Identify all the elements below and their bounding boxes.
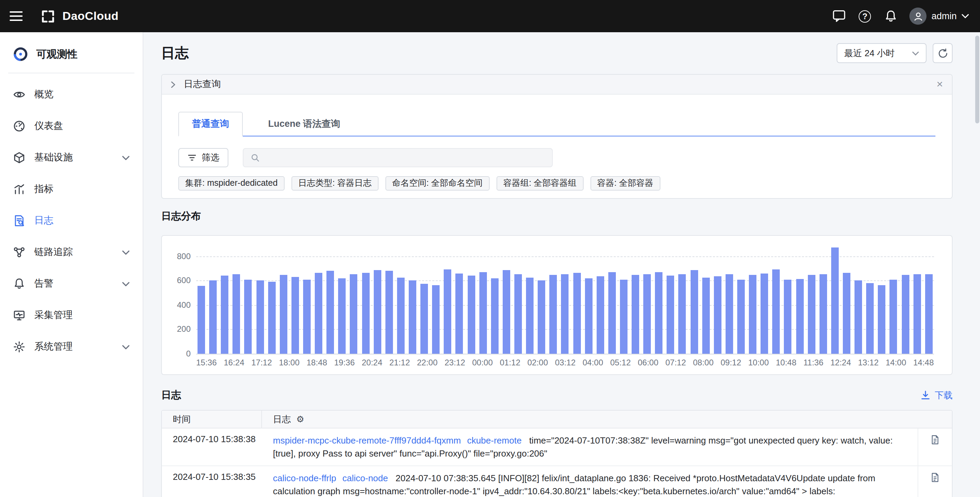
- x-axis-label: 18:48: [307, 358, 327, 367]
- sidebar-menu: 概览仪表盘基础设施指标日志链路追踪告警采集管理系统管理: [0, 73, 143, 368]
- bar: [608, 272, 616, 354]
- bar: [702, 278, 710, 354]
- sidebar-item-metrics[interactable]: 指标: [0, 173, 143, 205]
- notifications-bell-icon[interactable]: [878, 3, 904, 29]
- bar: [291, 277, 299, 354]
- chevron-down-icon: [961, 14, 969, 19]
- pod-link[interactable]: calico-node-ffrlp: [273, 473, 336, 483]
- bar: [902, 275, 909, 354]
- bar: [655, 272, 663, 354]
- log-search-icon: [13, 214, 25, 227]
- log-message-cell: mspider-mcpc-ckube-remote-7fff97ddd4-fqx…: [262, 429, 918, 465]
- sidebar-item-tracing[interactable]: 链路追踪: [0, 237, 143, 268]
- daocloud-logo[interactable]: DaoCloud: [40, 8, 119, 24]
- bar: [808, 275, 815, 354]
- sidebar-item-logs[interactable]: 日志: [0, 205, 143, 237]
- filter-chip[interactable]: 日志类型: 容器日志: [291, 176, 379, 191]
- chevron-down-icon: [912, 51, 919, 55]
- bar: [268, 282, 275, 354]
- filter-chip[interactable]: 命名空间: 全部命名空间: [385, 176, 489, 191]
- filter-chip[interactable]: 容器组: 全部容器组: [496, 176, 583, 191]
- brand-name: DaoCloud: [62, 9, 119, 23]
- x-axis-label: 08:00: [693, 358, 714, 367]
- x-axis-label: 03:12: [555, 358, 576, 367]
- x-axis-label: 02:00: [527, 358, 548, 367]
- sidebar-item-system[interactable]: 系统管理: [0, 331, 143, 363]
- sidebar-item-overview[interactable]: 概览: [0, 79, 143, 110]
- y-axis-label: 0: [170, 349, 191, 359]
- sidebar-item-collection[interactable]: 采集管理: [0, 300, 143, 331]
- bar: [913, 274, 921, 354]
- refresh-button[interactable]: [933, 43, 953, 63]
- bar: [526, 278, 533, 354]
- log-message-cell: calico-node-ffrlpcalico-node2024-07-10 0…: [262, 466, 918, 497]
- container-link[interactable]: ckube-remote: [467, 435, 522, 446]
- sidebar-item-dashboards[interactable]: 仪表盘: [0, 110, 143, 142]
- query-tabs: 普通查询Lucene 语法查询: [178, 112, 935, 137]
- hamburger-menu-icon[interactable]: [0, 0, 32, 32]
- daocloud-observability-app: DaoCloud ? admin: [0, 0, 980, 497]
- help-icon[interactable]: ?: [852, 3, 878, 29]
- column-header-log: 日志 ⚙: [262, 413, 952, 426]
- query-panel-header[interactable]: 日志查询 ×: [162, 75, 952, 95]
- download-link[interactable]: 下载: [920, 389, 953, 402]
- chart-bars: [197, 244, 933, 354]
- bar: [326, 271, 334, 354]
- bar: [784, 280, 792, 354]
- scrollbar-thumb[interactable]: [975, 36, 979, 123]
- time-range-select[interactable]: 最近 24 小时: [837, 43, 926, 63]
- filter-chip[interactable]: 集群: mspider-dedicated: [178, 176, 285, 191]
- tab-lucene-query[interactable]: Lucene 语法查询: [255, 113, 353, 136]
- x-axis-label: 05:12: [610, 358, 631, 367]
- filter-button-label: 筛选: [202, 151, 220, 164]
- messages-icon[interactable]: [826, 3, 852, 29]
- cube-icon: [13, 151, 25, 164]
- sidebar-item-label: 系统管理: [34, 341, 73, 353]
- sidebar-item-alerts[interactable]: 告警: [0, 268, 143, 300]
- log-table-body: 2024-07-10 15:38:38mspider-mcpc-ckube-re…: [162, 429, 952, 497]
- bar: [280, 275, 287, 354]
- x-axis-label: 16:24: [224, 358, 245, 367]
- bar: [514, 274, 522, 354]
- chevron-right-icon: [171, 81, 175, 88]
- bar: [221, 276, 228, 354]
- filter-icon: [187, 153, 197, 162]
- module-title: 可观测性: [37, 48, 78, 61]
- chevron-down-icon: [122, 281, 130, 286]
- user-menu[interactable]: admin: [909, 8, 969, 25]
- tab-normal-query[interactable]: 普通查询: [178, 112, 243, 137]
- document-icon[interactable]: [930, 435, 940, 445]
- search-box: [243, 148, 553, 167]
- bar: [596, 276, 604, 354]
- document-icon[interactable]: [930, 472, 940, 483]
- filter-button[interactable]: 筛选: [178, 148, 228, 167]
- bar: [866, 283, 874, 354]
- close-icon[interactable]: ×: [937, 79, 943, 90]
- bar: [374, 270, 381, 354]
- search-input[interactable]: [266, 152, 545, 163]
- time-range-value: 最近 24 小时: [844, 47, 895, 59]
- filter-chip[interactable]: 容器: 全部容器: [590, 176, 660, 191]
- x-axis-label: 13:12: [858, 358, 878, 367]
- sidebar-item-infrastructure[interactable]: 基础设施: [0, 142, 143, 173]
- eye-icon: [13, 89, 25, 101]
- bar: [749, 275, 756, 354]
- y-axis-label: 600: [170, 276, 191, 286]
- y-axis-label: 400: [170, 300, 191, 310]
- pod-link[interactable]: mspider-mcpc-ckube-remote-7fff97ddd4-fqx…: [273, 435, 461, 446]
- bar: [538, 280, 545, 354]
- x-axis-label: 10:48: [776, 358, 797, 367]
- bar: [761, 273, 768, 354]
- bar: [714, 276, 721, 354]
- container-link[interactable]: calico-node: [342, 473, 388, 483]
- log-table: 时间 日志 ⚙ 2024-07-10 15:38:38mspider-mcpc-…: [161, 410, 953, 497]
- metrics-icon: [13, 183, 25, 195]
- log-distribution-chart: 0200400600800 15:3616:2417:1218:0018:481…: [161, 235, 953, 375]
- x-axis-label: 14:00: [886, 358, 906, 367]
- gear-icon[interactable]: ⚙: [296, 414, 304, 424]
- bar: [491, 278, 498, 354]
- bar: [620, 280, 627, 354]
- bar: [350, 274, 358, 354]
- column-header-time: 时间: [162, 411, 262, 428]
- avatar: [909, 8, 926, 25]
